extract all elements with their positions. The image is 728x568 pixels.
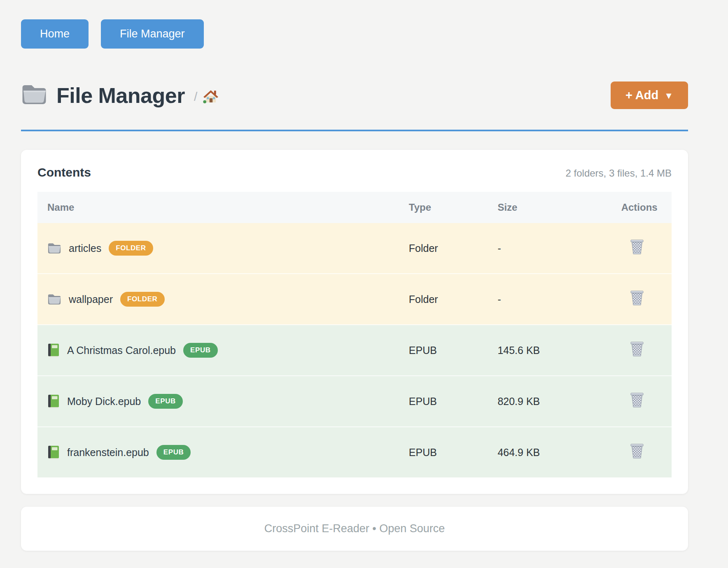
- nav-home-button[interactable]: Home: [21, 19, 89, 49]
- footer: CrossPoint E-Reader • Open Source: [21, 507, 688, 551]
- title-divider: [21, 130, 688, 131]
- type-badge: FOLDER: [109, 241, 153, 256]
- add-button-label: + Add: [625, 88, 658, 102]
- contents-card: Contents 2 folders, 3 files, 1.4 MB Name…: [21, 150, 688, 494]
- type-cell: Folder: [399, 223, 488, 274]
- column-header-name: Name: [37, 192, 399, 223]
- trash-icon: [630, 392, 644, 410]
- size-cell: 820.9 KB: [488, 376, 611, 427]
- column-header-size: Size: [488, 192, 611, 223]
- table-header-row: Name Type Size Actions: [37, 192, 672, 223]
- size-cell: -: [488, 274, 611, 325]
- book-icon: [47, 394, 60, 408]
- card-header: Contents 2 folders, 3 files, 1.4 MB: [37, 165, 672, 179]
- book-icon: [47, 445, 60, 459]
- table-row: frankenstein.epub EPUB EPUB 464.9 KB: [37, 427, 672, 477]
- column-header-type: Type: [399, 192, 488, 223]
- footer-text: CrossPoint E-Reader • Open Source: [264, 522, 445, 535]
- trash-icon: [630, 443, 644, 461]
- size-cell: 464.9 KB: [488, 427, 611, 477]
- delete-button[interactable]: [630, 392, 644, 410]
- type-cell: EPUB: [399, 427, 488, 477]
- trash-icon: [630, 290, 644, 307]
- nav-file-manager-button[interactable]: File Manager: [101, 19, 204, 49]
- delete-button[interactable]: [630, 290, 644, 307]
- trash-icon: [630, 239, 644, 256]
- type-cell: EPUB: [399, 376, 488, 427]
- size-cell: -: [488, 223, 611, 274]
- file-name[interactable]: A Christmas Carol.epub: [67, 345, 176, 356]
- table-row: A Christmas Carol.epub EPUB EPUB 145.6 K…: [37, 325, 672, 376]
- folder-icon: [21, 84, 47, 107]
- top-nav: Home File Manager: [21, 0, 688, 49]
- type-badge: EPUB: [183, 343, 218, 358]
- file-name[interactable]: Moby Dick.epub: [67, 396, 141, 407]
- size-cell: 145.6 KB: [488, 325, 611, 376]
- title-wrap: File Manager /: [21, 83, 219, 108]
- table-row: wallpaper FOLDER Folder -: [37, 274, 672, 325]
- card-title: Contents: [37, 165, 91, 179]
- trash-icon: [630, 341, 644, 358]
- delete-button[interactable]: [630, 341, 644, 358]
- type-badge: EPUB: [148, 394, 183, 409]
- page-title: File Manager: [56, 83, 185, 108]
- caret-down-icon: ▼: [664, 91, 673, 101]
- type-cell: Folder: [399, 274, 488, 325]
- table-row: Moby Dick.epub EPUB EPUB 820.9 KB: [37, 376, 672, 427]
- file-table: Name Type Size Actions: [37, 192, 672, 477]
- column-header-actions: Actions: [611, 192, 672, 223]
- file-name[interactable]: articles: [69, 242, 101, 254]
- folder-icon: [47, 293, 61, 305]
- home-icon[interactable]: [203, 89, 219, 105]
- type-cell: EPUB: [399, 325, 488, 376]
- folder-icon: [47, 242, 61, 254]
- contents-summary: 2 folders, 3 files, 1.4 MB: [566, 168, 672, 179]
- book-icon: [47, 343, 60, 357]
- page-container: Home File Manager File Manager /: [21, 0, 688, 551]
- type-badge: EPUB: [156, 445, 191, 460]
- page-header: File Manager / + Add ▼: [21, 81, 688, 109]
- delete-button[interactable]: [630, 239, 644, 256]
- delete-button[interactable]: [630, 443, 644, 461]
- table-row: articles FOLDER Folder -: [37, 223, 672, 274]
- type-badge: FOLDER: [120, 292, 164, 307]
- file-name[interactable]: frankenstein.epub: [67, 447, 149, 459]
- breadcrumb-separator: /: [194, 90, 197, 104]
- file-name[interactable]: wallpaper: [69, 293, 113, 305]
- add-button[interactable]: + Add ▼: [611, 81, 688, 109]
- file-table-body: articles FOLDER Folder -: [37, 223, 672, 477]
